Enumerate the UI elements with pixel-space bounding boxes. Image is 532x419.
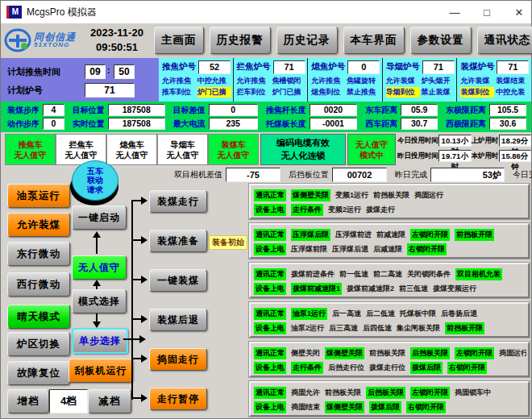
gear-up-button[interactable]: 增档 (7, 389, 49, 413)
date-text: 2023-11-20 (81, 26, 152, 40)
left-button-2[interactable]: 允许装煤 (7, 213, 70, 237)
status-text: 托煤板中限 (400, 309, 436, 319)
metric-value: -0001 (310, 118, 357, 130)
status-badge: 走行条件 (291, 204, 323, 216)
usage-value: 19.71小时 (438, 150, 472, 162)
status-text: 拨煤走行 (366, 205, 395, 215)
flow-button-2[interactable]: 装煤准备 (149, 230, 207, 252)
oven-status: 中控允推 (197, 76, 231, 86)
flow-button-6[interactable]: 走行暂停 (149, 388, 207, 410)
nav-button-3[interactable]: 历史记录 (276, 27, 338, 54)
car-name: 拦焦车 (56, 139, 106, 150)
nav-button-5[interactable]: 参数设置 (410, 27, 472, 54)
metric-label: 西极限距离 (446, 118, 486, 130)
flow-button-5[interactable]: 捣固走行 (149, 348, 207, 371)
status-text: 拨煤前减速限2 (347, 284, 394, 294)
nav-button-2[interactable]: 历史报警 (210, 27, 271, 54)
oven-status: 炉门已摘 (197, 87, 231, 97)
metric-label: 西车距离 (365, 118, 397, 130)
oven-status-grid: 允许推焦焦槽锁闭拦车到位炉门已摘 (237, 76, 306, 97)
oven-status-grid: 允许装煤装煤结束装煤到位中控允装 (460, 76, 530, 97)
status-text: 后四低速 (363, 323, 392, 334)
left-button-3[interactable]: 东行微动 (7, 242, 70, 266)
connector-line (123, 338, 141, 340)
metric-label: 目标位置 (73, 105, 105, 116)
app-window: M McgsPro 模拟器 — □ ✕ 同创信通 51XTONG 2023-11… (0, 0, 532, 419)
middle-button-2[interactable]: 无人值守 (72, 255, 127, 280)
status-panel-row: 设备上电油泵2运行后三高速后四低速集尘闸板关限前挡板开限 (254, 321, 526, 335)
connector-arrowhead (141, 315, 148, 323)
car-mode: 无人值守 (6, 150, 55, 160)
oven-column-3: 熄焦炉号0允许推焦焦罐旋转熄焦到位禁止推焦 (307, 58, 382, 102)
middle-button-1[interactable]: 一键启动 (72, 205, 127, 230)
status-text: 后减速限 (373, 244, 402, 255)
metric-value: 0 (43, 118, 64, 130)
middle-button-4[interactable]: 单步选择 (72, 328, 128, 354)
car-status-4: 导烟车无人值守 (157, 134, 208, 165)
five-car-linkage-indicator[interactable]: 五车联动请求 (70, 160, 118, 205)
left-button-7[interactable]: 故障复位 (7, 361, 70, 385)
status-panel-6: 通讯正常捣固允许前挡板关限后挡板关限左锁闭开限捣固锁车中设备上电捣固结束煤侧壁关… (249, 381, 530, 417)
metric-label: 实时位置 (73, 118, 105, 130)
nav-button-6[interactable]: 通讯状态 (477, 27, 532, 54)
minimize-button[interactable]: — (447, 6, 462, 19)
usage-time-group: 今日投用时间10.13小时上炉用时18.29分钟昨日投用时间19.71小时本炉用… (397, 133, 531, 164)
gear-down-button[interactable]: 减档 (88, 389, 131, 413)
status-badge: 设备上电 (254, 283, 286, 295)
status-text: 捣固运行 (414, 190, 443, 201)
datetime-display: 2023-11-20 09:50:51 (81, 26, 152, 56)
status-panel-2: 通讯正常压浮煤后限压浮煤前进前减速限左锁闭开限前挡板开限设备上电压浮煤前限压浮煤… (249, 223, 530, 259)
brand-logo: 同创信通 51XTONG (4, 27, 81, 54)
close-button[interactable]: ✕ (512, 6, 526, 19)
status-badge: 前挡板开限 (445, 322, 484, 334)
linkage-line: 请求 (87, 185, 103, 195)
metrics-row-1: 装煤步序4目标位置187508目标差值0推焦杆长度0020东车距离05.9东极限… (1, 103, 531, 117)
oven-column-4: 导烟炉号71允许装煤炉头烟开导烟到位禁止装煤 (382, 58, 457, 102)
status-panel-5: 通讯正常侧壁关闭煤侧壁关限前挡板关限后挡板关限左锁闭开限捣固运行设备上电走行条件… (249, 342, 530, 377)
plan-push-time-mm[interactable]: 50 (114, 64, 135, 79)
left-button-4[interactable]: 西行微动 (7, 272, 70, 297)
oven-number-label: 拦焦炉号 (237, 61, 271, 73)
connector-line (96, 238, 98, 254)
status-text: 前二高速 (373, 269, 402, 280)
status-panel-row: 通讯正常煤侧壁关限变频1运行前挡板关限捣固运行 (254, 188, 526, 202)
mode-badge-line1: 无人值守 (348, 139, 395, 150)
maximize-button[interactable]: □ (480, 6, 494, 19)
plan-push-time-hh[interactable]: 09 (85, 64, 106, 79)
status-text: 后三高速 (329, 323, 358, 334)
connector-arrowhead (141, 394, 148, 402)
status-text: 前三低速 (399, 284, 428, 294)
status-text: 侧壁关闭 (291, 348, 320, 359)
middle-button-5[interactable]: 刮板机运行 (69, 359, 133, 383)
oven-status: 炉门已摘 (272, 87, 305, 97)
usage-value: 15.86分钟 (499, 150, 532, 162)
status-badge: 双目相机允装 (455, 268, 502, 280)
status-text: 前挡板关限 (373, 190, 409, 201)
middle-button-3[interactable]: 模式选择 (72, 289, 127, 313)
metric-label: 动作步序 (7, 118, 39, 130)
usage-value: 18.29分钟 (499, 135, 532, 147)
usage-row: 今日投用时间10.13小时上炉用时18.29分钟 (397, 133, 531, 148)
oven-number-label: 推焦炉号 (162, 61, 196, 73)
left-button-1[interactable]: 油泵运行 (7, 184, 70, 208)
car-status-5: 装煤车无人值守 (208, 134, 259, 165)
metric-value: 235 (209, 118, 258, 130)
left-button-6[interactable]: 炉区切换 (7, 332, 70, 356)
status-text: 压浮煤前限 (291, 244, 327, 255)
flow-button-1[interactable]: 装煤走行 (149, 190, 207, 213)
connector-arrowhead (141, 276, 148, 284)
oven-header: 熄焦炉号0 (311, 60, 380, 74)
top-info-strip: 计划推焦时间 09 : 50 计划炉号 71 推焦炉号52允许推焦中控允推推车到… (1, 58, 531, 102)
status-text: 压浮煤后退 (332, 244, 368, 255)
status-badge: 前挡板开限 (455, 229, 494, 241)
left-button-5[interactable]: 晴天模式 (7, 305, 70, 329)
nav-button-4[interactable]: 本车界面 (343, 27, 405, 54)
nav-button-1[interactable]: 主画面 (154, 27, 204, 54)
plan-oven-value[interactable]: 71 (85, 83, 135, 97)
flow-button-4[interactable]: 装煤后退 (149, 309, 207, 331)
status-panel-row: 通讯正常压浮煤后限压浮煤前进前减速限左锁闭开限前挡板开限 (254, 227, 526, 242)
status-badge: 通讯正常 (254, 387, 286, 399)
flow-button-3[interactable]: 一键装煤 (149, 269, 207, 292)
status-text: 集尘闸板关限 (397, 323, 440, 334)
plan-push-time-label: 计划推焦时间 (7, 66, 60, 78)
